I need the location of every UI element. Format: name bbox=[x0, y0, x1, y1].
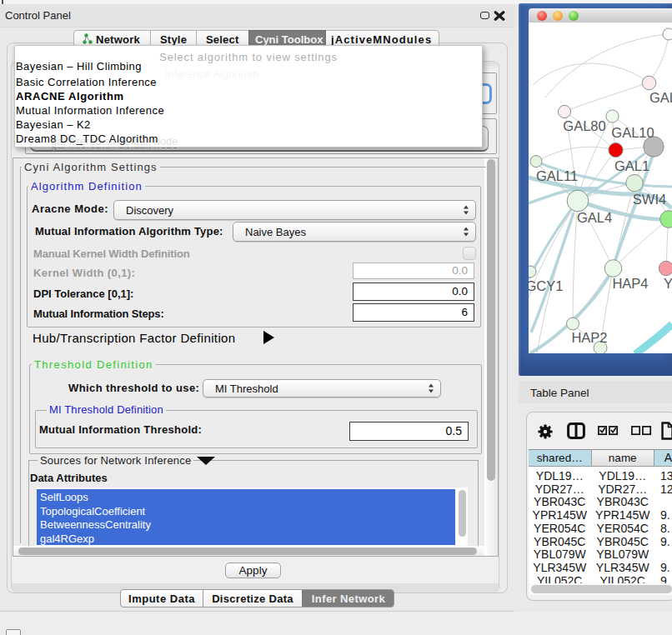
svg-text:HAP2: HAP2 bbox=[571, 330, 607, 345]
svg-text:GAL80: GAL80 bbox=[563, 118, 605, 133]
svg-text:HAP4: HAP4 bbox=[612, 276, 648, 291]
svg-text:GAL10: GAL10 bbox=[611, 125, 654, 140]
svg-text:YM: YM bbox=[664, 276, 672, 291]
svg-text:SWI4: SWI4 bbox=[633, 192, 666, 207]
svg-text:GCY1: GCY1 bbox=[529, 278, 563, 293]
svg-text:GAL4: GAL4 bbox=[577, 210, 612, 225]
svg-text:GAL2: GAL2 bbox=[649, 90, 672, 105]
svg-text:GAL11: GAL11 bbox=[536, 168, 578, 183]
svg-text:GAL1: GAL1 bbox=[614, 158, 649, 173]
